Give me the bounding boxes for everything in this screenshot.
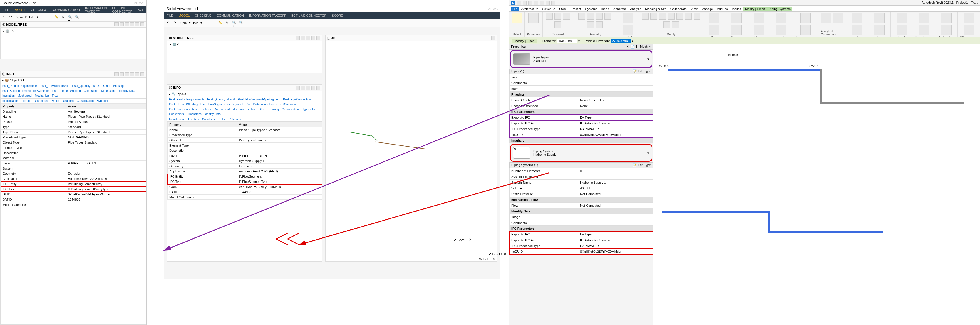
ribbon-button-icon[interactable] [596,13,603,19]
property-row[interactable]: LayerP-PIPE-____-OTLN [168,153,322,158]
diameter-input[interactable]: 150.0 mm [557,38,577,43]
ribbon-button-icon[interactable] [623,25,633,35]
info-tool-icon[interactable] [135,72,139,76]
pset-link[interactable]: Dimensions [101,89,116,92]
property-row[interactable]: IfcGUID0XnHKeb2v2SRrFyE9MMdLn [510,249,653,255]
property-row[interactable]: ApplicationAutodesk Revit 2023 (ENU) [1,176,146,182]
type-selector-pipe[interactable]: Pipe TypesStandard ▾ [510,50,652,68]
property-row[interactable]: Model Categories [1,202,146,207]
info-tab[interactable]: Quantities [202,118,215,121]
qat-undo-icon[interactable] [534,1,538,5]
section-icon[interactable]: ◫ [48,15,52,19]
markup-icon[interactable]: ✎ [225,21,230,25]
property-row[interactable]: Predefined TypeNOTDEFINED [1,135,146,140]
ribbon-tab[interactable]: Manage [700,6,715,11]
ribbon-tab[interactable]: Insert [600,6,611,11]
property-row[interactable]: IFC Predefined TypeRAINWATER [510,126,653,132]
ribbon-button-icon[interactable] [659,13,666,19]
property-row[interactable]: Material [1,155,146,161]
info-tab[interactable]: Identification [169,118,185,121]
ribbon-tab[interactable]: Architecture [520,6,540,11]
ribbon-button-icon[interactable] [709,13,719,23]
ribbon-tab[interactable]: Issues [730,6,743,11]
ribbon-button-icon[interactable] [694,13,700,19]
tree-item[interactable]: r1 [177,43,180,46]
info-tab[interactable]: Profile [51,99,59,102]
tree-tool-icon[interactable] [130,22,134,27]
property-value[interactable]: By Type [578,231,653,237]
ribbon-button-icon[interactable] [821,13,831,23]
property-row[interactable]: Image [510,74,653,80]
property-value[interactable]: Not Computed [578,191,653,197]
ribbon-button-icon[interactable] [852,13,862,23]
property-row[interactable]: IFC TypeIfcPipeSegmentType [168,179,322,184]
ribbon-button-icon[interactable] [874,13,885,23]
level-marker[interactable]: ⬈Level 1✕ [489,252,506,256]
pset-link[interactable]: Hyperlinks [302,108,315,111]
ribbon-button-icon[interactable] [731,25,741,35]
redo-icon[interactable]: ↷ [10,15,14,19]
zoom-out-icon[interactable]: 🔍- [75,15,80,19]
section-icon[interactable]: ◫ [212,21,216,25]
property-row[interactable]: FlowNot Computed [510,203,653,209]
edit-type-button[interactable]: Edit Type [638,69,651,73]
info-tab[interactable]: Identification [2,99,18,102]
measure-icon[interactable]: 📏 [54,15,59,19]
property-row[interactable]: Comments [510,80,653,86]
property-value[interactable]: 406.3 L [578,185,653,191]
pset-link[interactable]: Dimensions [187,113,202,116]
pipe-plan-bottom[interactable] [768,231,883,233]
property-row[interactable]: PhaseProject Status [1,119,146,124]
property-row[interactable]: SystemHydronic Supply 1 [168,158,322,164]
pset-link[interactable]: Pset_ElementShading [169,103,197,106]
ribbon-button-icon[interactable] [563,13,570,19]
menu-score[interactable]: SCORE [332,14,343,17]
tree-tool-icon[interactable] [317,36,320,40]
property-row[interactable]: Object TypePipe Types:Standard [168,138,322,143]
property-row[interactable]: System NameHydronic Supply 1 [510,180,653,185]
property-value[interactable]: New Construction [578,97,653,103]
property-row[interactable]: Volume406.3 L [510,185,653,191]
ribbon-button-icon[interactable] [672,21,679,28]
property-row[interactable]: IFC EntityIfcBuildingElementProxy [1,182,146,186]
ribbon-button-icon[interactable] [941,13,951,23]
menu-model[interactable]: MODEL [14,8,25,11]
property-row[interactable]: GeometryExtrusion [1,171,146,176]
pipe-plan-grey[interactable] [820,69,822,104]
pset-link[interactable]: Pset_DistributionFlowElementCommon [246,103,296,106]
ribbon-button-icon[interactable] [642,13,649,19]
property-value[interactable] [578,174,653,180]
pset-link[interactable]: Other [259,108,266,111]
pipe-plan-bottom[interactable] [662,211,768,213]
ribbon-button-icon[interactable] [776,25,786,35]
info-tab[interactable]: Hyperlinks [97,99,110,102]
ribbon-button-icon[interactable] [512,13,522,23]
ribbon-tab[interactable]: File [511,6,519,11]
property-row[interactable]: System Equipment [510,174,653,180]
undo-icon[interactable]: ↶ [3,15,7,19]
property-row[interactable]: Export to IFC AsIfcDistributionSystem [510,120,653,126]
ribbon-tab[interactable]: Collaborate [669,6,688,11]
ribbon-button-icon[interactable] [754,25,764,35]
info-tool-icon[interactable] [140,72,145,76]
pset-link[interactable]: Classification [282,108,299,111]
menu-communication[interactable]: COMMUNICATION [52,8,80,11]
ribbon-tab[interactable]: Steel [557,6,568,11]
ribbon-button-icon[interactable] [897,13,907,23]
info-tab[interactable]: Location [21,99,32,102]
property-row[interactable]: Static PressureNot Computed [510,191,653,197]
info-tool-icon[interactable] [130,72,134,76]
tree-tool-icon[interactable] [311,36,315,40]
property-row[interactable]: GeometryExtrusion [168,164,322,169]
ribbon-button-icon[interactable] [528,13,539,23]
ribbon-button-icon[interactable] [623,13,633,23]
tree-tool-icon[interactable] [115,22,119,27]
property-value[interactable]: IfcDistributionSystem [578,237,653,243]
tree-tool-icon[interactable] [306,36,310,40]
pset-link[interactable]: Constraints [84,89,99,92]
property-row[interactable]: PropertyValue [1,104,146,109]
property-row[interactable]: BATID1344933 [1,197,146,202]
info-tool-icon[interactable] [115,72,119,76]
views-label[interactable]: VIEWS [134,2,144,5]
ribbon-button-icon[interactable] [731,13,741,23]
